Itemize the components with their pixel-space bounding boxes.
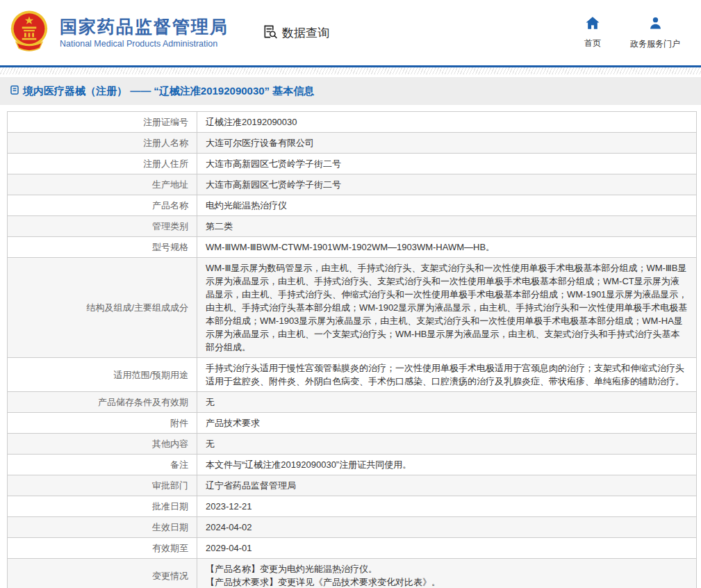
row-label: 批准日期 [8,496,197,517]
site-title-cn: 国家药品监督管理局 [60,17,229,37]
row-label: 结构及组成/主要组成成分 [8,258,197,358]
row-label: 适用范围/预期用途 [8,358,197,392]
table-row: 产品名称电灼光能温热治疗仪 [8,195,697,216]
row-value: 产品技术要求 [197,413,697,434]
table-row: 管理类别第二类 [8,216,697,237]
data-query-label: 数据查询 [282,25,329,41]
device-info-table: 注册证编号辽械注准20192090030注册人名称大连可尔医疗设备有限公司注册人… [7,111,697,588]
table-row: 注册人住所大连市高新园区七贤岭学子街二号 [8,154,697,174]
row-value: 大连市高新园区七贤岭学子街二号 [197,174,697,195]
row-label: 生产地址 [8,174,197,195]
row-value: 【产品名称】变更为电灼光能温热治疗仪。【产品技术要求】变更详见《产品技术要求变化… [197,559,697,588]
row-value: 电灼光能温热治疗仪 [197,195,697,216]
row-label: 生效日期 [8,517,197,538]
row-value: 2024-04-02 [197,517,697,538]
table-row: 有效期至2029-04-01 [8,538,697,559]
row-value: WM-Ⅲ显示屏为数码管显示，由主机、手持式治疗头、支架式治疗头和一次性使用单极手… [197,258,697,358]
table-row: 附件产品技术要求 [8,413,697,434]
site-title-en: National Medical Products Administration [60,39,229,49]
row-value: 手持式治疗头适用于慢性宫颈管黏膜炎的治疗；一次性使用单极手术电极适用于宫颈息肉的… [197,358,697,392]
row-label: 注册人名称 [8,133,197,154]
nav-gov-portal[interactable]: 政务服务门户 [630,16,680,50]
row-value: 无 [197,392,697,413]
table-row: 结构及组成/主要组成成分WM-Ⅲ显示屏为数码管显示，由主机、手持式治疗头、支架式… [8,258,697,358]
nmpa-logo[interactable]: 国家药品监督管理局 National Medical Products Admi… [10,10,229,56]
table-row: 批准日期2023-12-21 [8,496,697,517]
row-value: 辽械注准20192090030 [197,112,697,133]
nav-gov-portal-label: 政务服务门户 [630,38,680,50]
info-table-body: 注册证编号辽械注准20192090030注册人名称大连可尔医疗设备有限公司注册人… [8,112,697,588]
row-value: 第二类 [197,216,697,237]
page-header: 国家药品监督管理局 National Medical Products Admi… [0,0,701,67]
national-emblem-icon [10,10,49,56]
row-label: 有效期至 [8,538,197,559]
row-label: 附件 [8,413,197,434]
row-value: 大连可尔医疗设备有限公司 [197,133,697,154]
table-row: 生产地址大连市高新园区七贤岭学子街二号 [8,174,697,195]
table-row: 型号规格WM-ⅢWM-ⅢBWM-CTWM-1901WM-1902WM—1903W… [8,237,697,258]
home-icon [585,16,600,33]
row-value-line: 【产品名称】变更为电灼光能温热治疗仪。 [206,562,688,575]
table-row: 注册证编号辽械注准20192090030 [8,112,697,133]
row-label: 变更情况 [8,559,197,588]
row-label: 审批部门 [8,475,197,496]
table-row: 审批部门辽宁省药品监督管理局 [8,475,697,496]
document-search-icon [262,24,278,42]
row-label: 备注 [8,455,197,475]
hatched-divider [0,67,701,74]
row-label: 产品储存条件及有效期 [8,392,197,413]
row-value: 2029-04-01 [197,538,697,559]
row-label: 管理类别 [8,216,197,237]
nav-home-label: 首页 [584,38,601,49]
table-row: 产品储存条件及有效期无 [8,392,697,413]
table-row: 适用范围/预期用途手持式治疗头适用于慢性宫颈管黏膜炎的治疗；一次性使用单极手术电… [8,358,697,392]
row-label: 产品名称 [8,195,197,216]
row-value: 大连市高新园区七贤岭学子街二号 [197,154,697,174]
row-value: 辽宁省药品监督管理局 [197,475,697,496]
row-value: WM-ⅢWM-ⅢBWM-CTWM-1901WM-1902WM—1903WM-HA… [197,237,697,258]
document-icon [10,85,19,98]
row-value: 2023-12-21 [197,496,697,517]
table-row: 备注本文件与“辽械注准20192090030”注册证共同使用。 [8,455,697,475]
table-row: 其他内容无 [8,434,697,455]
row-value: 无 [197,434,697,455]
breadcrumb-title: 境内医疗器械（注册） —— “辽械注准20192090030” 基本信息 [23,85,314,98]
row-value-line: 【产品技术要求】变更详见《产品技术要求变化对比表》。 [206,575,688,588]
row-value: 本文件与“辽械注准20192090030”注册证共同使用。 [197,455,697,475]
row-label: 注册证编号 [8,112,197,133]
table-row: 注册人名称大连可尔医疗设备有限公司 [8,133,697,154]
breadcrumb: 境内医疗器械（注册） —— “辽械注准20192090030” 基本信息 [0,77,701,105]
table-row: 变更情况【产品名称】变更为电灼光能温热治疗仪。【产品技术要求】变更详见《产品技术… [8,559,697,588]
row-label: 注册人住所 [8,154,197,174]
data-query-button[interactable]: 数据查询 [262,24,329,42]
table-row: 生效日期2024-04-02 [8,517,697,538]
nav-home[interactable]: 首页 [584,16,601,49]
row-label: 其他内容 [8,434,197,455]
user-icon [648,16,663,33]
row-label: 型号规格 [8,237,197,258]
